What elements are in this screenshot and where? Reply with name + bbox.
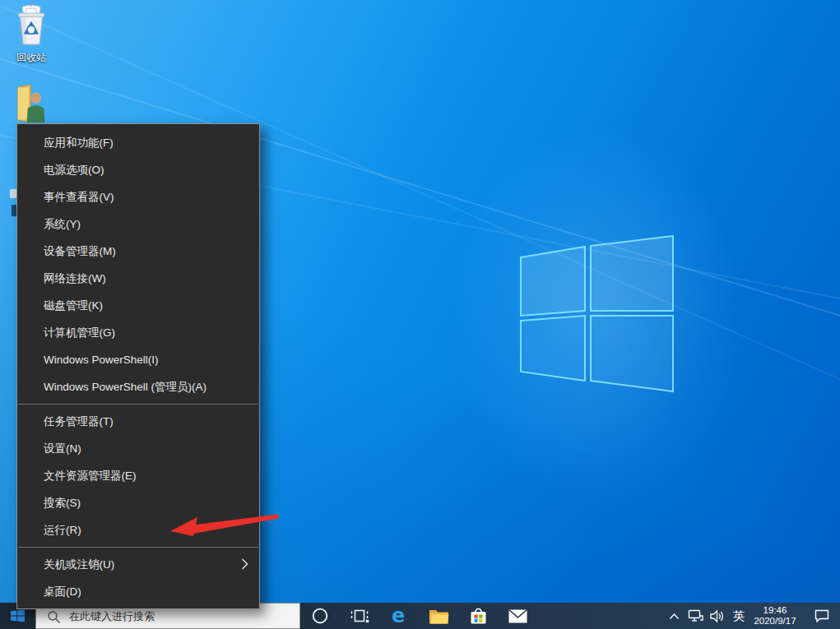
menu-item-label: 任务管理器(T)	[44, 414, 114, 429]
menu-item-label: 关机或注销(U)	[44, 557, 114, 572]
edge-icon: e	[388, 605, 410, 627]
menu-item-label: Windows PowerShell (管理员)(A)	[44, 380, 207, 395]
windows-wallpaper-logo-icon	[518, 233, 676, 394]
system-tray: 英 19:46 2020/9/17	[663, 603, 838, 629]
file-explorer-button[interactable]	[419, 603, 458, 629]
show-hidden-icons-button[interactable]	[663, 603, 685, 629]
microsoft-store-icon	[469, 606, 488, 626]
menu-item-label: 事件查看器(V)	[44, 190, 114, 205]
menu-item-label: Windows PowerShell(I)	[44, 354, 159, 366]
menu-separator	[18, 404, 258, 405]
recycle-bin-icon	[12, 5, 50, 46]
user-folder-icon	[12, 84, 49, 123]
tray-time: 19:46	[763, 605, 787, 616]
menu-item-label: 磁盘管理(K)	[44, 298, 103, 313]
hidden-desktop-icon-fragment	[10, 189, 16, 198]
menu-item-settings[interactable]: 设置(N)	[17, 435, 259, 462]
menu-item-event-viewer[interactable]: 事件查看器(V)	[17, 183, 259, 210]
menu-item-apps-and-features[interactable]: 应用和功能(F)	[17, 129, 259, 156]
menu-item-power-options[interactable]: 电源选项(O)	[17, 156, 259, 183]
chevron-up-icon	[669, 613, 680, 620]
menu-item-file-explorer[interactable]: 文件资源管理器(E)	[17, 462, 259, 489]
menu-item-label: 电源选项(O)	[44, 163, 104, 178]
clock[interactable]: 19:46 2020/9/17	[750, 603, 801, 629]
menu-item-label: 网络连接(W)	[44, 271, 106, 286]
ethernet-network-icon	[688, 609, 703, 622]
edge-button[interactable]: e	[379, 603, 419, 629]
action-center-icon	[814, 608, 830, 623]
menu-item-disk-management[interactable]: 磁盘管理(K)	[17, 292, 259, 319]
menu-item-shutdown-or-signout[interactable]: 关机或注销(U)	[17, 551, 259, 578]
recycle-bin-label: 回收站	[0, 51, 63, 65]
submenu-chevron-icon	[241, 558, 248, 572]
cortana-button[interactable]	[300, 603, 340, 629]
menu-item-task-manager[interactable]: 任务管理器(T)	[17, 408, 259, 435]
menu-item-label: 设备管理器(M)	[44, 244, 116, 259]
menu-item-label: 搜索(S)	[44, 496, 81, 511]
menu-item-network-connections[interactable]: 网络连接(W)	[17, 265, 259, 292]
menu-item-label: 文件资源管理器(E)	[44, 469, 137, 483]
svg-text:e: e	[392, 605, 405, 627]
menu-item-search[interactable]: 搜索(S)	[17, 489, 259, 516]
winx-menu: 应用和功能(F) 电源选项(O) 事件查看器(V) 系统(Y) 设备管理器(M)…	[16, 123, 260, 609]
menu-item-powershell[interactable]: Windows PowerShell(I)	[17, 346, 259, 373]
tray-date: 2020/9/17	[754, 616, 796, 627]
menu-item-powershell-admin[interactable]: Windows PowerShell (管理员)(A)	[17, 373, 259, 400]
task-view-button[interactable]	[340, 603, 379, 629]
menu-item-label: 桌面(D)	[44, 585, 81, 599]
menu-item-label: 系统(Y)	[44, 217, 81, 232]
menu-item-desktop[interactable]: 桌面(D)	[17, 578, 259, 605]
mail-icon	[508, 608, 528, 624]
action-center-button[interactable]	[805, 603, 838, 629]
menu-item-label: 运行(R)	[44, 523, 81, 538]
desktop: 回收站 应用和功能(F) 电源选项(O) 事件查看器(V) 系统(Y) 设备管理…	[0, 0, 840, 629]
menu-item-system[interactable]: 系统(Y)	[17, 210, 259, 238]
file-explorer-icon	[429, 608, 449, 625]
task-view-icon	[350, 607, 369, 625]
menu-item-computer-management[interactable]: 计算机管理(G)	[17, 319, 259, 346]
menu-item-label: 计算机管理(G)	[44, 326, 115, 340]
store-button[interactable]	[458, 603, 498, 629]
menu-item-label: 设置(N)	[44, 442, 81, 456]
network-status-button[interactable]	[685, 603, 706, 629]
ime-language-indicator[interactable]: 英	[728, 603, 750, 629]
search-icon	[47, 610, 61, 624]
ime-label: 英	[733, 608, 745, 624]
taskbar-buttons: e	[300, 603, 537, 629]
desktop-icon-user-folder[interactable]	[0, 84, 62, 127]
menu-separator	[18, 547, 258, 548]
menu-item-device-manager[interactable]: 设备管理器(M)	[17, 238, 259, 265]
windows-start-icon	[11, 609, 25, 622]
desktop-icon-recycle-bin[interactable]: 回收站	[0, 5, 63, 65]
menu-item-run[interactable]: 运行(R)	[17, 516, 259, 543]
speaker-icon	[709, 609, 725, 623]
menu-item-label: 应用和功能(F)	[44, 136, 114, 150]
mail-button[interactable]	[498, 603, 537, 629]
cortana-icon	[311, 607, 329, 625]
volume-button[interactable]	[706, 603, 728, 629]
